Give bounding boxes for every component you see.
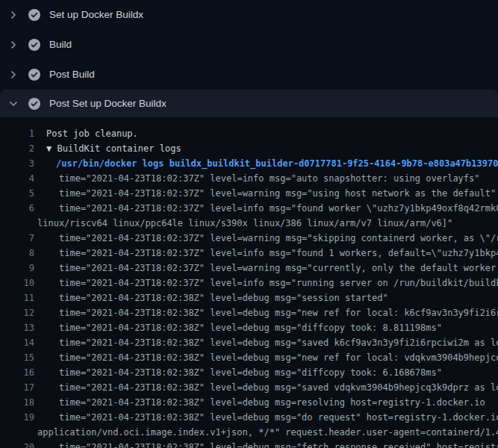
log-text: time="2021-04-23T18:02:38Z" level=debug …: [59, 412, 498, 423]
check-circle-icon: [28, 39, 40, 51]
log-text: time="2021-04-23T18:02:38Z" level=debug …: [59, 323, 442, 333]
line-number[interactable]: 1: [0, 126, 34, 141]
log-text: time="2021-04-23T18:02:37Z" level=info m…: [59, 278, 498, 288]
line-number[interactable]: 12: [0, 305, 34, 320]
log-line: 1Post job cleanup.: [0, 126, 498, 141]
log-text: time="2021-04-23T18:02:38Z" level=debug …: [59, 337, 498, 348]
log-line: 14time="2021-04-23T18:02:38Z" level=debu…: [0, 335, 498, 350]
log-group-label[interactable]: BuildKit container logs: [57, 143, 181, 154]
log-text: time="2021-04-23T18:02:37Z" level=warnin…: [59, 188, 496, 199]
log-text: linux/riscv64 linux/ppc64le linux/s390x …: [37, 218, 452, 228]
step-set-up-docker-buildx[interactable]: Set up Docker Buildx: [0, 0, 498, 30]
line-number[interactable]: 15: [0, 350, 34, 365]
log-line: 9time="2021-04-23T18:02:37Z" level=warni…: [0, 261, 498, 276]
log-text: time="2021-04-23T18:02:37Z" level=info m…: [59, 173, 480, 184]
step-label: Build: [49, 39, 72, 51]
step-label: Post Set up Docker Buildx: [49, 98, 166, 110]
log-line: 10time="2021-04-23T18:02:37Z" level=info…: [0, 276, 498, 290]
log-text: time="2021-04-23T18:02:38Z" level=debug …: [59, 367, 442, 378]
chevron-right-icon: [7, 39, 19, 51]
line-number[interactable]: 6: [0, 201, 34, 216]
line-number[interactable]: 16: [0, 365, 34, 380]
log-line: 13time="2021-04-23T18:02:38Z" level=debu…: [0, 320, 498, 335]
log-line: application/vnd.oci.image.index.v1+json,…: [0, 425, 498, 440]
log-line: 4time="2021-04-23T18:02:37Z" level=info …: [0, 171, 498, 186]
log-line: 16time="2021-04-23T18:02:38Z" level=debu…: [0, 365, 498, 380]
line-number[interactable]: 10: [0, 276, 34, 290]
step-label: Set up Docker Buildx: [49, 9, 143, 21]
log-line: 3/usr/bin/docker logs buildx_buildkit_bu…: [0, 156, 498, 171]
log-line: 2▼ BuildKit container logs: [0, 141, 498, 156]
log-line: 15time="2021-04-23T18:02:38Z" level=debu…: [0, 350, 498, 365]
log-text: time="2021-04-23T18:02:38Z" level=debug …: [59, 293, 388, 303]
log-line: 7time="2021-04-23T18:02:37Z" level=warni…: [0, 231, 498, 246]
log-line: 12time="2021-04-23T18:02:38Z" level=debu…: [0, 305, 498, 320]
line-number[interactable]: 17: [0, 380, 34, 395]
check-circle-icon: [28, 9, 40, 21]
line-number[interactable]: 3: [0, 156, 34, 171]
check-circle-icon: [28, 69, 40, 81]
step-build[interactable]: Build: [0, 30, 498, 60]
log-text: time="2021-04-23T18:02:38Z" level=debug …: [59, 382, 498, 393]
steps-list: Set up Docker Buildx Build Post Build Po…: [0, 0, 498, 117]
line-number[interactable]: 2: [0, 141, 34, 156]
log-line: 8time="2021-04-23T18:02:37Z" level=info …: [0, 246, 498, 261]
line-number[interactable]: 13: [0, 320, 34, 335]
log-text: time="2021-04-23T18:02:38Z" level=debug …: [59, 352, 498, 363]
log-line: linux/riscv64 linux/ppc64le linux/s390x …: [0, 216, 498, 231]
log-text: time="2021-04-23T18:02:37Z" level=info m…: [59, 203, 498, 214]
line-number[interactable]: 19: [0, 410, 34, 425]
log-text: time="2021-04-23T18:02:37Z" level=warnin…: [59, 233, 498, 243]
chevron-right-icon: [7, 69, 19, 81]
line-number[interactable]: 20: [0, 440, 34, 448]
line-number[interactable]: 18: [0, 395, 34, 410]
log-text: time="2021-04-23T18:02:37Z" level=warnin…: [59, 263, 498, 273]
log-command-text: /usr/bin/docker logs buildx_buildkit_bui…: [56, 158, 498, 169]
log-line: 17time="2021-04-23T18:02:38Z" level=debu…: [0, 380, 498, 395]
check-circle-icon: [28, 98, 40, 110]
line-number[interactable]: 11: [0, 290, 34, 305]
log-text: application/vnd.oci.image.index.v1+json,…: [37, 427, 498, 438]
log-text: time="2021-04-23T18:02:38Z" level=debug …: [59, 308, 498, 318]
log-group-toggle-icon[interactable]: ▼: [46, 143, 57, 154]
log-line: 20time="2021-04-23T18:02:38Z" level=debu…: [0, 440, 498, 448]
line-number[interactable]: 7: [0, 231, 34, 246]
line-number[interactable]: 14: [0, 335, 34, 350]
log-text: time="2021-04-23T18:02:38Z" level=debug …: [59, 442, 498, 448]
log-text: Post job cleanup.: [46, 128, 138, 139]
log-lines: 1Post job cleanup.2▼ BuildKit container …: [0, 117, 498, 448]
step-label: Post Build: [49, 69, 95, 81]
log-line: 6time="2021-04-23T18:02:37Z" level=info …: [0, 201, 498, 216]
line-number[interactable]: 4: [0, 171, 34, 186]
step-post-set-up-docker-buildx[interactable]: Post Set up Docker Buildx: [0, 90, 498, 117]
line-number[interactable]: 8: [0, 246, 34, 261]
log-line: 5time="2021-04-23T18:02:37Z" level=warni…: [0, 186, 498, 201]
chevron-right-icon: [7, 9, 19, 21]
chevron-down-icon: [7, 98, 19, 110]
log-text: time="2021-04-23T18:02:37Z" level=info m…: [59, 248, 498, 258]
log-line: 18time="2021-04-23T18:02:38Z" level=debu…: [0, 395, 498, 410]
log-line: 19time="2021-04-23T18:02:38Z" level=debu…: [0, 410, 498, 425]
line-number[interactable]: 9: [0, 261, 34, 276]
log-line: 11time="2021-04-23T18:02:38Z" level=debu…: [0, 290, 498, 305]
step-post-build[interactable]: Post Build: [0, 60, 498, 90]
line-number[interactable]: 5: [0, 186, 34, 201]
log-text: time="2021-04-23T18:02:38Z" level=debug …: [59, 397, 485, 408]
